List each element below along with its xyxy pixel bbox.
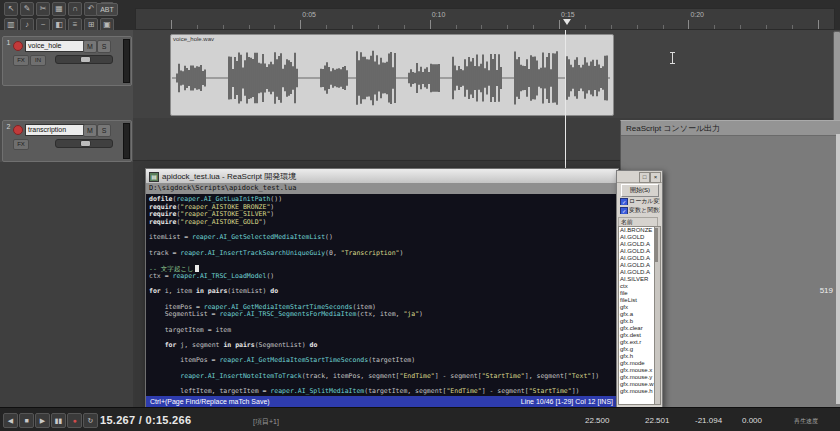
razor-icon[interactable]: ✂ [36,2,50,16]
watch-scrollbar-thumb[interactable] [655,228,658,262]
code-line[interactable]: itemPos = reaper.AI_GetMediaItemStartTim… [149,357,618,365]
track-panel-voice_hole[interactable]: 1voice_holeMSFXIN [2,36,132,86]
transport-value[interactable]: 22.501 [645,416,669,425]
ruler-tick [637,25,638,29]
watch-variable-row[interactable]: gfx.dest [619,332,656,339]
watch-variable-row[interactable]: AI.BRONZE [619,227,656,234]
volume-fader[interactable] [55,139,113,148]
code-editor[interactable]: dofile(reaper.AI_GetLuaInitPath())requir… [146,194,618,396]
code-line[interactable]: itemList = reaper.AI_GetSelectedMediaIte… [149,234,618,242]
selection-info-label: [項目+1] [253,417,279,427]
watch-variable-row[interactable]: gfx.h [619,353,656,360]
watch-variable-row[interactable]: gfx [619,304,656,311]
watch-variable-row[interactable]: AI.GOLD.A [619,262,656,269]
watch-scrollbar[interactable] [654,226,661,405]
local-vars-checkbox-row[interactable]: ✓ローカル変数(L) [620,197,660,205]
pause-button[interactable]: ▮▮ [51,413,66,428]
arrange-vertical-scrollbar[interactable] [833,31,840,125]
close-button[interactable]: × [650,172,661,183]
ruler-tick [818,20,819,29]
watch-variable-row[interactable]: gfx.mouse.h [619,388,656,395]
watch-variable-row[interactable]: gfx.mouse.y [619,374,656,381]
watch-variable-row[interactable]: gfx.clear [619,325,656,332]
watch-variable-row[interactable]: AI.SILVER [619,276,656,283]
ruler-tick [274,25,275,29]
code-line[interactable]: reaper.AI_InsertNoteItemToTrack(track, i… [149,373,618,381]
watch-variable-row[interactable]: AI.GOLD.A [619,255,656,262]
pencil-icon[interactable]: ✎ [20,2,34,16]
play-button[interactable]: ▶ [35,413,50,428]
go-to-start-button[interactable]: ◀ [3,413,18,428]
volume-fader[interactable] [55,55,113,64]
fx-button[interactable]: FX [13,139,29,150]
solo-button[interactable]: S [97,124,111,137]
ide-titlebar[interactable]: ▤ apidock_test.lua - ReaScript 開発環境 [146,169,618,184]
track-name-field[interactable]: transcription [25,124,91,136]
volume-fader-thumb[interactable] [80,140,91,147]
move-tool-icon[interactable]: ↖ [4,2,18,16]
fx-button[interactable]: FX [13,55,29,66]
volume-fader-thumb[interactable] [80,56,91,63]
grid-icon[interactable]: ▦ [52,2,66,16]
edit-cursor-marker-icon[interactable] [563,19,571,25]
ruler-tick [326,25,327,29]
watch-variable-row[interactable]: AI.GOLD [619,234,656,241]
maximize-button[interactable]: □ [639,172,650,183]
watch-titlebar[interactable]: □ × [617,171,662,183]
in-button[interactable]: IN [30,55,46,66]
code-line[interactable]: for i, item in pairs(itemList) do [149,288,618,296]
ruler-label: 0:05 [302,11,316,18]
mute-button[interactable]: M [83,40,97,53]
watch-variable-row[interactable]: ctx [619,283,656,290]
watch-variable-row[interactable]: gfx.ext.r [619,339,656,346]
code-line[interactable]: require("reaper_AISTOKE_GOLD") [149,219,618,227]
watch-variable-row[interactable]: gfx.b [619,318,656,325]
mute-button[interactable]: M [83,124,97,137]
watch-variable-row[interactable]: gfx.mode [619,360,656,367]
code-line[interactable]: leftItem, targetItem = reaper.AI_SplitMe… [149,388,618,396]
watch-variable-list[interactable]: AI.BRONZEAI.GOLDAI.GOLD.AAI.GOLD.AAI.GOL… [618,226,657,405]
transport-time-display[interactable]: 15.267 / 0:15.266 [100,414,191,426]
code-line[interactable] [149,258,618,266]
transport-value[interactable]: 0.000 [742,416,762,425]
abt-toggle-button[interactable]: ABT [96,3,118,16]
checkbox-checked-icon[interactable]: ✓ [620,198,628,205]
transport-value[interactable]: 22.500 [585,416,609,425]
watch-variable-row[interactable]: gfx.g [619,346,656,353]
watch-variable-row[interactable]: fileList [619,297,656,304]
dock-right-scrollbar[interactable] [836,134,840,404]
stop-button[interactable]: ■ [19,413,34,428]
watch-variable-row[interactable]: AI.GOLD.A [619,241,656,248]
code-line[interactable]: ctx = reaper.AI_TRSC_LoadModel() [149,273,618,281]
record-arm-button[interactable] [13,125,23,135]
media-item-voice-hole[interactable]: voice_hole.wav [170,34,614,116]
ruler-tick [456,25,457,29]
watch-variable-row[interactable]: file [619,290,656,297]
watch-variable-row[interactable]: gfx.mouse.w [619,381,656,388]
code-line[interactable]: SegmentList = reaper.AI_TRSC_SegmentsFor… [149,311,618,319]
timeline-ruler[interactable]: 0:050:100:150:20 [135,8,835,30]
record-button[interactable]: ● [67,413,82,428]
code-line[interactable]: track = reaper.AI_InsertTrackSearchUniqu… [149,250,618,258]
ruler-tick [559,20,560,29]
code-line[interactable]: for j, segment in pairs(SegmentList) do [149,342,618,350]
repeat-button[interactable]: ↻ [83,413,98,428]
snap-icon[interactable]: ∩ [68,2,82,16]
watch-variable-row[interactable]: gfx.a [619,311,656,318]
code-line[interactable]: targetItem = item [149,327,618,335]
ruler-tick [300,20,301,29]
env-vars-checkbox-row[interactable]: ✓変数と関数環境(W) [620,206,660,214]
console-titlebar[interactable]: ReaScript コンソール出力 [621,121,840,136]
track-panel-transcription[interactable]: 2transcriptionMSFX [2,120,132,162]
record-arm-button[interactable] [13,41,23,51]
checkbox-checked-icon[interactable]: ✓ [620,207,628,214]
solo-button[interactable]: S [97,40,111,53]
track-name-field[interactable]: voice_hole [25,40,91,52]
waveform-graphic [171,45,611,111]
watch-variable-row[interactable]: gfx.mouse.x [619,367,656,374]
watch-start-button[interactable]: 開始(S) [621,184,659,197]
watch-variable-row[interactable]: AI.GOLD.A [619,269,656,276]
track-meter [123,123,130,159]
transport-value[interactable]: -21.094 [695,416,722,425]
watch-variable-row[interactable]: AI.GOLD.A [619,248,656,255]
